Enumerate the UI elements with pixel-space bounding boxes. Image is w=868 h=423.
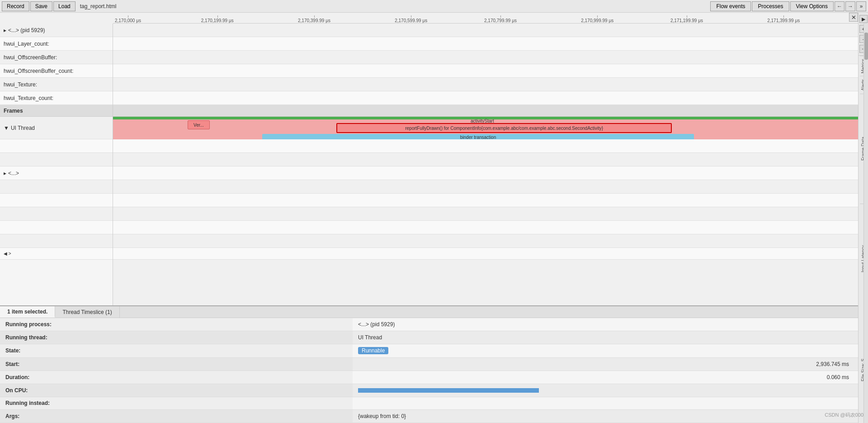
tracks-wrapper: ▸ <...> (pid 5929) hwui_Layer_count: hwu… — [0, 24, 858, 305]
pid-label-text: <...> (pid 5929) — [8, 27, 45, 33]
watermark: CSDN @码农000 — [825, 412, 863, 418]
track-label-dots: ▸ <...> — [0, 166, 113, 180]
close-timeline-button[interactable]: ✕ — [849, 13, 858, 22]
frames-label: Frames — [4, 108, 23, 114]
nav-expand-button[interactable]: » — [856, 1, 866, 11]
report-fully-drawn-label: reportFullyDrawn() for ComponentInfo{com… — [405, 126, 603, 131]
track-label-frames: Frames — [0, 105, 113, 117]
time-mark-2: 2,170,199.99 μs — [201, 18, 234, 23]
detail-value-on-cpu — [353, 384, 858, 397]
track-label-texture-count: hwui_Texture_count: — [0, 91, 113, 105]
save-button[interactable]: Save — [30, 1, 52, 11]
tab-selection-label: 1 item selected. — [7, 309, 47, 315]
content-ui-thread: Ver... activityStart reportFullyDrawn() … — [113, 117, 858, 139]
detail-label-duration: Duration: — [0, 371, 353, 384]
time-mark-7: 2,171,199.99 μs — [670, 18, 703, 23]
binder-transaction-label: binder transaction — [460, 135, 496, 140]
detail-label-running-instead: Running instead: — [0, 397, 353, 410]
offscreen-label: hwui_OffscreenBuffer: — [4, 54, 57, 61]
bottom-content: Running process: <...> (pid 5929) Runnin… — [0, 318, 858, 423]
timeline-wrapper: 2,170,000 μs 2,170,199.99 μs 2,170,399.9… — [0, 13, 858, 423]
track-label-ui-thread: ▼ UI Thread — [0, 117, 113, 139]
bottom-panel: 1 item selected. Thread Timeslice (1) Ru… — [0, 305, 858, 423]
track-content-col[interactable]: Ver... activityStart reportFullyDrawn() … — [113, 24, 858, 305]
detail-label-running-thread: Running thread: — [0, 331, 353, 344]
tab-thread-timeslice-label: Thread Timeslice (1) — [62, 309, 112, 315]
detail-label-on-cpu: On CPU: — [0, 384, 353, 397]
texture-count-label: hwui_Texture_count: — [4, 95, 53, 101]
track-label-texture: hwui_Texture: — [0, 78, 113, 91]
content-offscreen — [113, 51, 858, 64]
time-mark-3: 2,170,399.99 μs — [298, 18, 330, 23]
layer-count-label: hwui_Layer_count: — [4, 41, 49, 47]
content-empty1 — [113, 139, 858, 153]
detail-value-duration: 0.060 ms — [353, 371, 858, 384]
detail-label-args: Args: — [0, 410, 353, 423]
detail-value-start: 2,936.745 ms — [353, 358, 858, 371]
load-button[interactable]: Load — [53, 1, 75, 11]
toolbar: Record Save Load tag_report.html Flow ev… — [0, 0, 868, 13]
detail-value-running-instead — [353, 397, 858, 410]
tab-selection[interactable]: 1 item selected. — [0, 306, 55, 318]
pid-toggle-icon[interactable]: ▸ — [4, 27, 6, 33]
right-panel: ▶ + - ↔ Metrics Alerts Frame Data Input … — [858, 13, 868, 423]
record-button[interactable]: Record — [2, 1, 29, 11]
track-label-empty2 — [0, 153, 113, 166]
time-mark-8: 2,171,399.99 μs — [767, 18, 800, 23]
content-pid — [113, 24, 858, 37]
content-offscreen-count — [113, 64, 858, 78]
detail-label-state: State: — [0, 344, 353, 358]
time-mark-1: 2,170,000 μs — [115, 18, 141, 23]
nav-prev-button[interactable]: ← — [835, 1, 844, 11]
content-texture-count — [113, 91, 858, 105]
on-cpu-bar — [358, 388, 539, 393]
view-options-button[interactable]: View Options — [790, 1, 834, 11]
track-label-offscreen-count: hwui_OffscreenBuffer_count: — [0, 64, 113, 78]
track-labels-col: ▸ <...> (pid 5929) hwui_Layer_count: hwu… — [0, 24, 113, 305]
time-mark-6: 2,170,999.99 μs — [581, 18, 613, 23]
bottom-tabs: 1 item selected. Thread Timeslice (1) — [0, 306, 858, 318]
detail-label-running-process: Running process: — [0, 318, 353, 331]
time-ruler: 2,170,000 μs 2,170,199.99 μs 2,170,399.9… — [113, 13, 858, 24]
texture-label: hwui_Texture: — [4, 81, 37, 88]
content-empty2 — [113, 153, 858, 166]
processes-button[interactable]: Processes — [752, 1, 789, 11]
content-layer-count — [113, 37, 858, 51]
track-label-layer-count: hwui_Layer_count: — [0, 37, 113, 51]
report-fully-drawn-block[interactable]: reportFullyDrawn() for ComponentInfo{com… — [336, 123, 672, 133]
state-badge: Runnable — [358, 347, 388, 354]
detail-value-state: Runnable — [353, 344, 858, 358]
detail-label-start: Start: — [0, 358, 353, 371]
cursor-tool-button[interactable]: ▶ — [859, 15, 868, 23]
flow-events-button[interactable]: Flow events — [710, 1, 751, 11]
offscreen-count-label: hwui_OffscreenBuffer_count: — [4, 68, 73, 74]
detail-value-running-process: <...> (pid 5929) — [353, 318, 858, 331]
track-label-pid: ▸ <...> (pid 5929) — [0, 24, 113, 37]
ui-thread-label: UI Thread — [11, 125, 35, 131]
track-label-offscreen: hwui_OffscreenBuffer: — [0, 51, 113, 64]
detail-value-args: {wakeup from tid: 0} — [353, 410, 858, 423]
track-label-empty1 — [0, 139, 113, 153]
dots-toggle[interactable]: ▸ — [4, 170, 6, 176]
content-texture — [113, 78, 858, 91]
nav-next-button[interactable]: → — [845, 1, 855, 11]
bottom-arrow[interactable]: ◀ > — [4, 251, 11, 256]
tab-thread-timeslice[interactable]: Thread Timeslice (1) — [55, 306, 119, 318]
main-area: 2,170,000 μs 2,170,199.99 μs 2,170,399.9… — [0, 13, 868, 423]
time-mark-4: 2,170,599.99 μs — [395, 18, 427, 23]
dots-label: <...> — [8, 170, 19, 176]
ver-block-label: Ver... — [193, 123, 204, 128]
ver-block[interactable]: Ver... — [188, 120, 210, 129]
content-frames — [113, 105, 858, 117]
ui-thread-toggle[interactable]: ▼ — [4, 125, 9, 131]
content-dots — [113, 166, 858, 180]
time-mark-5: 2,170,799.99 μs — [484, 18, 517, 23]
filename-label: tag_report.html — [76, 2, 120, 10]
detail-value-running-thread: UI Thread — [353, 331, 858, 344]
